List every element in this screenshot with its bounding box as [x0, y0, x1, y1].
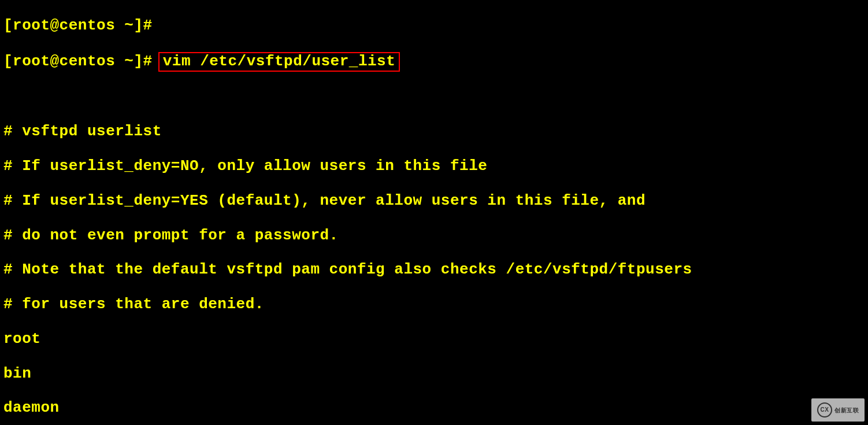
previous-prompt-line: [root@centos ~]# [3, 17, 865, 35]
command-line: [root@centos ~]# vim /etc/vsftpd/user_li… [3, 52, 865, 72]
watermark-text: 创新互联 [834, 407, 859, 413]
file-line: # do not even prompt for a password. [3, 227, 865, 245]
file-line: # If userlist_deny=YES (default), never … [3, 193, 865, 210]
watermark-logo-icon: CX [817, 402, 832, 417]
file-line: # If userlist_deny=NO, only allow users … [3, 158, 865, 175]
terminal-output[interactable]: [root@centos ~]# [root@centos ~]# vim /e… [0, 0, 868, 425]
blank-line [3, 88, 865, 106]
command-highlight: vim /etc/vsftpd/user_list [158, 52, 400, 72]
file-line: # vsftpd userlist [3, 123, 865, 141]
file-line: # Note that the default vsftpd pam confi… [3, 261, 865, 279]
shell-prompt: [root@centos ~]# [3, 53, 162, 70]
file-line: # for users that are denied. [3, 296, 865, 313]
file-line: root [3, 331, 865, 348]
file-line: bin [3, 365, 865, 383]
file-line: daemon [3, 400, 865, 417]
watermark-badge: CX 创新互联 [811, 398, 865, 422]
